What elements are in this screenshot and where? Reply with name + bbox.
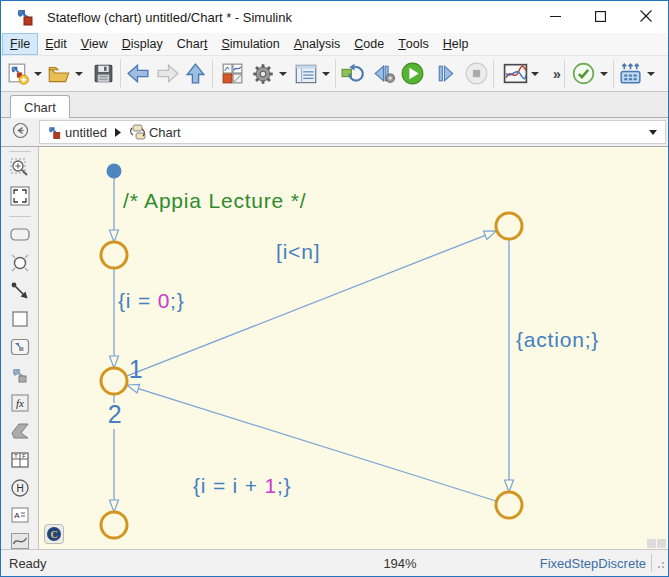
address-dropdown-icon[interactable] <box>649 130 657 135</box>
maximize-button[interactable] <box>578 1 623 33</box>
transition-action-arrowhead <box>505 480 514 492</box>
junction-top-right[interactable] <box>496 213 522 239</box>
step-back-button[interactable] <box>370 59 398 89</box>
comment-label[interactable]: /* Appia Lecture */ <box>123 189 306 212</box>
maximize-icon <box>595 8 606 26</box>
stop-button[interactable] <box>462 59 490 89</box>
transition-action[interactable] <box>505 239 514 492</box>
model-explorer-dropdown-icon[interactable] <box>322 72 330 76</box>
init-action-label[interactable]: {i = 0;} <box>118 289 185 312</box>
window-controls <box>533 1 668 33</box>
up-button[interactable] <box>181 59 209 89</box>
transition-exit-b-arrowhead <box>110 500 119 512</box>
check-button[interactable] <box>570 59 598 89</box>
palette-divider <box>9 216 31 217</box>
library-browser-button[interactable] <box>218 59 246 89</box>
action-language-badge[interactable]: C <box>44 524 64 544</box>
back-button[interactable] <box>124 59 152 89</box>
update-diagram-icon <box>340 61 367 86</box>
step-forward-button[interactable] <box>432 59 460 89</box>
toolbar-separator <box>335 59 336 88</box>
breadcrumb-item-untitled[interactable]: untitled <box>45 125 109 140</box>
box-tool-icon[interactable] <box>8 307 32 331</box>
junction-middle-left[interactable] <box>101 368 127 394</box>
truth-table-tool-icon[interactable]: TF <box>8 448 32 472</box>
increment-label[interactable]: {i = i + 1;} <box>193 474 291 497</box>
menu-view[interactable]: View <box>74 33 115 55</box>
run-button[interactable] <box>398 59 426 89</box>
forward-button[interactable] <box>153 59 181 89</box>
window-title: Stateflow (chart) untitled/Chart * - Sim… <box>47 10 533 25</box>
check-dropdown-icon[interactable] <box>600 72 608 76</box>
minimize-icon <box>550 8 561 26</box>
menu-analysis[interactable]: Analysis <box>287 33 348 55</box>
default-transition-arrowhead <box>110 230 119 242</box>
default-transition-origin[interactable] <box>107 164 122 179</box>
menu-code[interactable]: Code <box>347 33 391 55</box>
menu-help[interactable]: Help <box>436 33 476 55</box>
priority-1-label[interactable]: 1 <box>129 355 144 383</box>
new-model-button[interactable] <box>4 59 32 89</box>
condition-label[interactable]: [i<n] <box>276 240 320 263</box>
junction-bottom-left[interactable] <box>101 512 127 538</box>
simulink-state-tool-icon[interactable] <box>8 363 32 387</box>
menu-simulation[interactable]: Simulation <box>214 33 286 55</box>
toolbar-separator <box>212 59 213 88</box>
default-transition[interactable] <box>110 178 119 242</box>
save-button[interactable] <box>89 59 117 89</box>
junction-bottom-right[interactable] <box>496 492 522 518</box>
update-diagram-button[interactable] <box>339 59 367 89</box>
minimize-button[interactable] <box>533 1 578 33</box>
junction-top-left[interactable] <box>101 242 127 268</box>
zoom-region-icon[interactable] <box>8 156 32 180</box>
annotation-tool-icon[interactable]: A <box>8 503 32 527</box>
history-junction-tool-icon[interactable]: H <box>8 476 32 500</box>
menu-edit[interactable]: Edit <box>38 33 74 55</box>
simulink-window: Stateflow (chart) untitled/Chart * - Sim… <box>0 0 669 577</box>
menu-file[interactable]: File <box>2 33 38 55</box>
transition-loop-condition-arrowhead <box>484 231 497 240</box>
transition-exit-b[interactable] <box>110 429 119 512</box>
up-icon <box>183 61 208 86</box>
state-tool-icon[interactable] <box>8 223 32 247</box>
transition-increment[interactable] <box>127 384 496 501</box>
titlebar: Stateflow (chart) untitled/Chart * - Sim… <box>1 1 668 33</box>
scope-button[interactable] <box>501 59 529 89</box>
transition-tool-icon[interactable] <box>8 279 32 303</box>
open-button[interactable] <box>45 59 73 89</box>
breadcrumb-separator-icon <box>115 125 121 140</box>
build-icon <box>617 61 644 86</box>
build-dropdown-icon[interactable] <box>647 72 655 76</box>
menu-chart[interactable]: Chart <box>170 33 215 55</box>
simulink-function-tool-icon[interactable] <box>8 419 32 443</box>
close-button[interactable] <box>623 1 668 33</box>
transition-init[interactable] <box>110 268 119 368</box>
menubar: FileEditViewDisplayChartSimulationAnalys… <box>1 33 668 56</box>
breadcrumb-item-chart[interactable]: Chart <box>127 124 183 140</box>
scope-dropdown-icon[interactable] <box>531 72 539 76</box>
palette-divider <box>9 151 31 152</box>
menu-tools[interactable]: Tools <box>391 33 436 55</box>
priority-2-label[interactable]: 2 <box>108 400 123 428</box>
new-model-dropdown-icon[interactable] <box>34 72 42 76</box>
navigate-back-icon[interactable] <box>12 122 29 143</box>
toolbar-overflow-button[interactable]: » <box>553 66 561 82</box>
action-label[interactable]: {action;} <box>516 328 599 351</box>
model-explorer-button[interactable] <box>292 59 320 89</box>
junction-tool-icon[interactable] <box>8 251 32 275</box>
stateflow-app-icon <box>15 7 35 27</box>
resize-grip[interactable] <box>655 557 665 572</box>
open-dropdown-icon[interactable] <box>75 72 83 76</box>
settings-gear-dropdown-icon[interactable] <box>279 72 287 76</box>
chart-canvas[interactable]: /* Appia Lecture */{i = 0;}[i<n]{action;… <box>39 147 668 549</box>
solver-name[interactable]: FixedStepDiscrete <box>540 556 646 571</box>
tab-chart[interactable]: Chart <box>10 95 70 118</box>
fit-view-icon[interactable] <box>8 184 32 208</box>
menu-display[interactable]: Display <box>115 33 170 55</box>
forward-icon <box>154 61 181 86</box>
address-bar[interactable]: untitled Chart <box>39 120 666 144</box>
settings-gear-button[interactable] <box>249 59 277 89</box>
subchart-tool-icon[interactable] <box>8 335 32 359</box>
build-button[interactable] <box>617 59 645 89</box>
matlab-function-tool-icon[interactable]: fx <box>8 391 32 415</box>
